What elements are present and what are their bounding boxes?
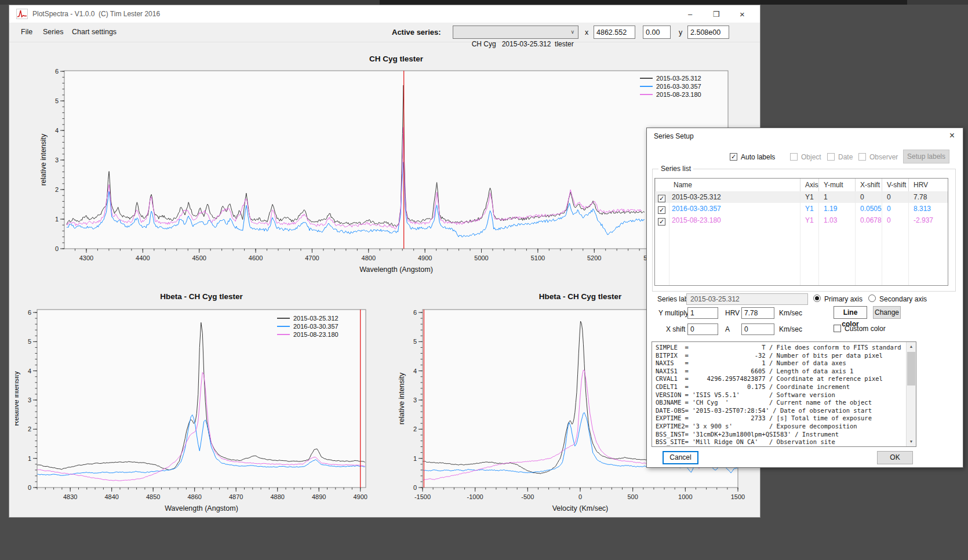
angstrom-label: A bbox=[725, 325, 730, 333]
svg-text:2: 2 bbox=[55, 186, 59, 193]
svg-text:0: 0 bbox=[578, 493, 582, 500]
cell-vshift: 0 bbox=[882, 214, 908, 226]
scroll-down-icon[interactable]: ▼ bbox=[907, 437, 916, 446]
cell-vshift: 0 bbox=[882, 191, 908, 203]
col-xshift: X-shift bbox=[855, 179, 882, 191]
hrv-field[interactable] bbox=[741, 307, 774, 319]
svg-text:Wavelength (Angstom): Wavelength (Angstom) bbox=[359, 266, 433, 274]
window-titlebar[interactable]: PlotSpectra - V1.0.0 (C) Tim Lester 2016… bbox=[9, 5, 760, 23]
object-label: Object bbox=[801, 153, 821, 161]
date-checkbox[interactable] bbox=[827, 153, 835, 161]
svg-text:4890: 4890 bbox=[312, 493, 326, 500]
dialog-titlebar[interactable]: Series Setup × bbox=[647, 128, 963, 144]
close-icon[interactable]: × bbox=[729, 5, 755, 23]
minimize-icon[interactable]: – bbox=[677, 5, 703, 23]
svg-text:relative intensity: relative intensity bbox=[39, 133, 48, 186]
svg-text:2: 2 bbox=[28, 426, 31, 432]
table-row[interactable]: ✓2015-08-23.180Y11.030.06780-2.937 bbox=[655, 214, 948, 226]
cell-name: 2015-08-23.180 bbox=[669, 214, 800, 226]
col-name: Name bbox=[669, 179, 800, 191]
cell-xshift: 0.0678 bbox=[855, 214, 882, 226]
svg-text:2015-08-23.180: 2015-08-23.180 bbox=[293, 331, 339, 338]
secondary-axis-radio[interactable] bbox=[868, 294, 876, 302]
menu-file[interactable]: File bbox=[17, 27, 36, 37]
x-shift-field[interactable] bbox=[687, 323, 718, 335]
cancel-button[interactable]: Cancel bbox=[663, 451, 698, 464]
col-ymult: Y-mult bbox=[818, 179, 855, 191]
svg-text:4860: 4860 bbox=[187, 493, 201, 500]
dialog-title: Series Setup bbox=[654, 132, 694, 140]
hbeta-wavelength-chart[interactable]: Hbeta - CH Cyg tlester483048404850486048… bbox=[15, 283, 398, 518]
svg-text:Hbeta - CH Cyg tlester: Hbeta - CH Cyg tlester bbox=[539, 292, 622, 301]
svg-text:5200: 5200 bbox=[587, 254, 601, 261]
svg-text:5000: 5000 bbox=[474, 254, 488, 261]
svg-text:5: 5 bbox=[28, 338, 31, 345]
svg-text:1000: 1000 bbox=[678, 493, 692, 500]
maximize-icon[interactable]: ❒ bbox=[703, 5, 729, 23]
series-setup-dialog: Series Setup × ✓ Auto labels Object Date… bbox=[646, 128, 963, 468]
cell-vshift: 0 bbox=[882, 203, 908, 214]
svg-text:3: 3 bbox=[413, 397, 417, 403]
series-table-empty-area bbox=[655, 226, 948, 285]
primary-axis-radio[interactable] bbox=[813, 294, 821, 302]
auto-labels-checkbox[interactable]: ✓ bbox=[730, 153, 737, 161]
desktop-top-strip-dark bbox=[380, 0, 907, 5]
dialog-close-icon[interactable]: × bbox=[949, 130, 955, 141]
x-shift-label: X shift bbox=[666, 325, 685, 333]
scroll-up-icon[interactable]: ▲ bbox=[907, 342, 916, 351]
svg-text:6: 6 bbox=[55, 68, 59, 75]
svg-text:-1000: -1000 bbox=[467, 493, 483, 500]
x-shift-kms-field[interactable] bbox=[741, 323, 774, 335]
menu-chart-settings[interactable]: Chart settings bbox=[68, 27, 120, 37]
series-table: Name Axis Y-mult X-shift V-shift HRV ✓20… bbox=[654, 178, 948, 286]
svg-text:4830: 4830 bbox=[63, 493, 77, 500]
y-multiply-field[interactable] bbox=[687, 307, 718, 319]
menubar: File Series Chart settings Active series… bbox=[9, 23, 760, 42]
x-coordinate-field[interactable] bbox=[594, 26, 635, 39]
cell-name: 2015-03-25.312 bbox=[669, 191, 800, 203]
row-checkbox[interactable]: ✓ bbox=[658, 218, 665, 226]
svg-text:4600: 4600 bbox=[249, 254, 263, 261]
svg-text:-500: -500 bbox=[521, 493, 534, 500]
object-checkbox[interactable] bbox=[790, 153, 798, 161]
line-color-button[interactable]: Line color bbox=[834, 306, 867, 319]
svg-text:relative intensity: relative intensity bbox=[398, 372, 406, 424]
fits-scrollbar[interactable]: ▲ ▼ bbox=[906, 342, 916, 446]
svg-text:0: 0 bbox=[413, 484, 417, 491]
series-table-header: Name Axis Y-mult X-shift V-shift HRV bbox=[655, 179, 948, 191]
svg-text:5100: 5100 bbox=[531, 254, 545, 261]
svg-text:2015-03-25.312: 2015-03-25.312 bbox=[293, 315, 339, 322]
table-row[interactable]: ✓2016-03-30.357Y11.190.050508.313 bbox=[655, 203, 948, 214]
series-label-field[interactable]: 2015-03-25.312 bbox=[686, 293, 808, 305]
row-checkbox[interactable]: ✓ bbox=[658, 206, 665, 214]
svg-text:Hbeta - CH Cyg tlester: Hbeta - CH Cyg tlester bbox=[160, 292, 243, 301]
scrollbar-thumb[interactable] bbox=[907, 352, 915, 386]
cell-axis: Y1 bbox=[800, 203, 818, 214]
custom-color-checkbox[interactable] bbox=[834, 325, 841, 332]
auto-labels-label: Auto labels bbox=[741, 153, 775, 161]
x2-coordinate-field[interactable] bbox=[643, 26, 671, 39]
menu-series[interactable]: Series bbox=[39, 27, 67, 37]
ok-button[interactable]: OK bbox=[877, 451, 913, 464]
series-list-label: Series list bbox=[658, 165, 693, 173]
row-checkbox[interactable]: ✓ bbox=[658, 195, 665, 202]
svg-text:4870: 4870 bbox=[229, 493, 243, 500]
active-series-dropdown[interactable]: CH Cyg 2015-03-25.312 tlester ∨ bbox=[453, 26, 578, 39]
kmsec2-label: Km/sec bbox=[779, 325, 802, 333]
cell-ymult: 1.03 bbox=[818, 214, 855, 226]
svg-text:3: 3 bbox=[28, 397, 31, 403]
svg-text:4840: 4840 bbox=[104, 493, 118, 500]
svg-text:4: 4 bbox=[55, 127, 59, 134]
setup-labels-button[interactable]: Setup labels bbox=[903, 150, 949, 163]
desktop: PlotSpectra - V1.0.0 (C) Tim Lester 2016… bbox=[0, 0, 968, 560]
date-label: Date bbox=[838, 153, 853, 161]
svg-text:4500: 4500 bbox=[192, 254, 206, 261]
main-spectrum-chart[interactable]: CH Cyg tlester43004400450046004700480049… bbox=[15, 46, 754, 278]
observer-label: Observer bbox=[869, 153, 898, 161]
table-row[interactable]: ✓2015-03-25.312Y11007.78 bbox=[655, 191, 948, 203]
secondary-axis-label: Secondary axis bbox=[879, 295, 927, 303]
change-button[interactable]: Change bbox=[873, 306, 901, 319]
y-coordinate-field[interactable] bbox=[687, 26, 729, 39]
observer-checkbox[interactable] bbox=[858, 153, 866, 161]
app-icon bbox=[16, 9, 28, 19]
